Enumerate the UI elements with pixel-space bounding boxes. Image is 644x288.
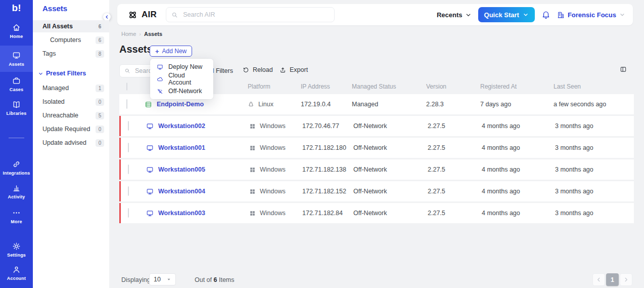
sidebar-item-integrations[interactable]: Integrations — [0, 160, 33, 176]
menu-item-off-network[interactable]: Off-Network — [150, 85, 213, 97]
current-page-button[interactable]: 1 — [606, 273, 619, 286]
column-settings-button[interactable] — [620, 66, 627, 73]
menu-item-cloud-account[interactable]: Cloud Account — [150, 73, 213, 85]
table-row[interactable]: Workstation004 Windows 172.71.182.152 Of… — [119, 181, 634, 201]
quick-start-button[interactable]: Quick Start — [478, 7, 535, 22]
filter-item-managed[interactable]: Managed 1 — [33, 82, 109, 94]
sidebar-item-account[interactable]: Account — [0, 265, 33, 281]
sidebar-item-label: Settings — [7, 253, 26, 258]
count-badge: 8 — [96, 50, 104, 58]
windows-icon — [249, 145, 256, 151]
preset-filters-toggle[interactable]: Preset Filters — [38, 70, 86, 77]
page-size-select[interactable]: 10 — [149, 273, 176, 285]
global-search-box[interactable] — [166, 7, 335, 22]
bell-icon — [541, 10, 550, 19]
cloud-icon — [157, 76, 163, 83]
version: 2.28.3 — [426, 101, 480, 108]
sidebar-item-label: Activity — [8, 194, 25, 199]
column-header-last-seen[interactable]: Last Seen — [554, 83, 634, 90]
table-row[interactable]: Workstation001 Windows 172.71.182.180 Of… — [119, 138, 634, 158]
select-all-checkbox[interactable] — [126, 83, 127, 91]
sidebar-item-label: Libraries — [7, 111, 27, 116]
recents-dropdown[interactable]: Recents — [437, 11, 472, 19]
sidebar-item-more[interactable]: More — [0, 209, 33, 224]
table-row[interactable]: Workstation002 Windows 172.70.46.77 Off-… — [119, 116, 634, 136]
windows-icon — [249, 188, 256, 195]
asset-name-link[interactable]: Workstation004 — [158, 188, 205, 195]
row-checkbox[interactable] — [126, 99, 127, 109]
sidebar-item-label: Home — [10, 34, 23, 39]
row-checkbox[interactable] — [128, 143, 129, 152]
row-checkbox[interactable] — [128, 208, 129, 218]
sidebar-item-all-assets[interactable]: All Assets 6 — [33, 20, 109, 32]
sidebar-collapse-button[interactable] — [103, 13, 111, 21]
managed-status: Off-Network — [353, 166, 428, 173]
notifications-button[interactable] — [541, 10, 550, 19]
filter-item-update-required[interactable]: Update Required 0 — [33, 123, 109, 135]
workstation-icon — [146, 122, 154, 130]
binalyze-logo[interactable]: b! — [0, 3, 33, 14]
displaying-label: Displaying — [121, 276, 151, 283]
export-button[interactable]: Export — [280, 66, 308, 73]
last-seen: 3 months ago — [555, 122, 634, 130]
linux-icon — [248, 101, 254, 108]
plus-icon: + — [155, 48, 159, 55]
breadcrumb-separator: › — [139, 31, 141, 37]
preset-filters-label: Preset Filters — [46, 70, 86, 77]
column-header-managed-status[interactable]: Managed Status — [352, 83, 426, 90]
organization-switcher[interactable]: Forensic Focus — [557, 11, 625, 19]
count-badge: 6 — [96, 23, 104, 30]
workstation-icon — [146, 166, 154, 174]
breadcrumb-home[interactable]: Home — [121, 31, 136, 37]
column-header-version[interactable]: Version — [426, 83, 480, 90]
managed-status: Off-Network — [353, 210, 428, 217]
row-checkbox[interactable] — [128, 164, 129, 174]
asset-name-link[interactable]: Workstation002 — [158, 122, 205, 130]
filter-item-unreachable[interactable]: Unreachable 5 — [33, 109, 109, 121]
sidebar-item-computers[interactable]: Computers 6 — [33, 34, 109, 46]
asset-name-link[interactable]: Workstation005 — [158, 166, 205, 173]
asset-name-link[interactable]: Endpoint-Demo — [157, 101, 204, 108]
item-label: Update advised — [42, 139, 86, 146]
windows-icon — [249, 167, 256, 173]
sidebar-item-assets[interactable]: Assets — [0, 46, 33, 72]
add-new-button[interactable]: + Add New — [150, 46, 192, 57]
table-row[interactable]: Workstation005 Windows 172.71.182.138 Of… — [119, 159, 634, 180]
column-header-platform[interactable]: Platform — [248, 83, 301, 90]
sidebar-item-libraries[interactable]: Libraries — [0, 100, 33, 116]
registered-at: 7 days ago — [480, 101, 554, 108]
sidebar-item-activity[interactable]: Activity — [0, 184, 33, 199]
sidebar-item-settings[interactable]: Settings — [0, 242, 33, 258]
briefcase-icon — [12, 76, 21, 85]
sidebar-divider — [9, 138, 24, 138]
menu-item-label: Cloud Account — [168, 72, 207, 86]
menu-item-deploy-new[interactable]: Deploy New — [150, 61, 213, 73]
menu-item-label: Deploy New — [168, 63, 202, 70]
page-size-value: 10 — [154, 276, 161, 283]
managed-status: Off-Network — [353, 144, 428, 151]
ip-address: 172.71.182.180 — [302, 144, 353, 151]
sidebar-item-label: More — [11, 219, 22, 224]
platform-label: Linux — [258, 101, 273, 108]
sidebar-item-tags[interactable]: Tags 8 — [33, 48, 109, 60]
filter-item-update-advised[interactable]: Update advised 0 — [33, 137, 109, 149]
count-badge: 6 — [96, 36, 104, 44]
global-search-input[interactable] — [182, 11, 329, 19]
registered-at: 4 months ago — [482, 166, 555, 173]
column-header-registered-at[interactable]: Registered At — [480, 83, 554, 90]
previous-page-button[interactable] — [592, 273, 605, 286]
sidebar-item-cases[interactable]: Cases — [0, 76, 33, 92]
row-checkbox[interactable] — [128, 186, 129, 196]
reload-icon — [243, 67, 249, 73]
next-page-button[interactable] — [620, 273, 632, 286]
table-row[interactable]: Workstation003 Windows 172.71.182.84 Off… — [119, 203, 634, 223]
air-logo[interactable]: AIR — [127, 10, 157, 20]
row-checkbox[interactable] — [128, 121, 129, 131]
platform-label: Windows — [260, 210, 286, 217]
reload-button[interactable]: Reload — [243, 66, 273, 73]
filter-item-isolated[interactable]: Isolated 0 — [33, 96, 109, 108]
asset-name-link[interactable]: Workstation001 — [158, 144, 205, 151]
column-header-ip[interactable]: IP Address — [301, 83, 352, 90]
sidebar-item-home[interactable]: Home — [0, 23, 33, 39]
asset-name-link[interactable]: Workstation003 — [158, 210, 205, 217]
